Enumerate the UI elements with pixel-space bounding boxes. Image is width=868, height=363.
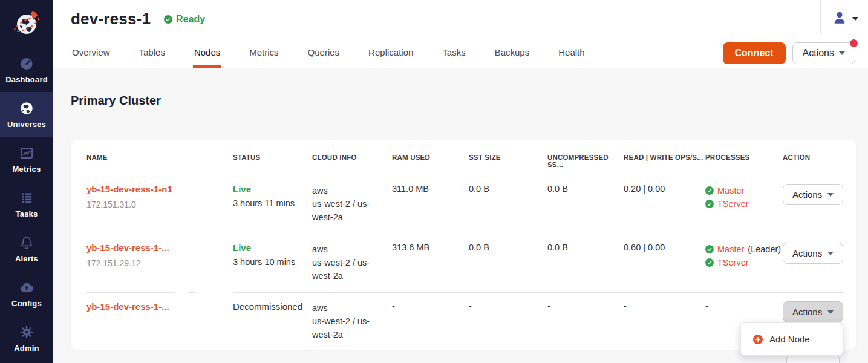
gear-icon: [19, 324, 34, 340]
sidebar-item-metrics[interactable]: Metrics: [0, 137, 53, 182]
universe-title: dev-ress-1: [71, 10, 151, 28]
col-uncompressed: UNCOMPRESSED SS...: [547, 154, 624, 168]
col-processes: PROCESSES: [705, 154, 783, 161]
check-circle-icon: [164, 15, 172, 24]
row-divider: [86, 234, 844, 234]
user-avatar-icon[interactable]: [832, 10, 847, 25]
node-uncompressed: 0.0 B: [547, 243, 624, 252]
sidebar-item-universes[interactable]: Universes: [0, 92, 53, 137]
sidebar-item-alerts[interactable]: Alerts: [0, 226, 53, 271]
check-circle-icon: [705, 245, 714, 253]
cloud-upload-icon: [19, 280, 34, 295]
tab-tables[interactable]: Tables: [138, 41, 166, 68]
status-badge: Ready: [164, 14, 205, 25]
node-uncompressed: -: [547, 301, 624, 311]
node-uptime: 3 hours 10 mins: [233, 257, 312, 267]
table-row: yb-15-dev-ress-1-n1 172.151.31.0 Live 3 …: [71, 175, 856, 234]
node-region: us-west-2 / us-west-2a: [312, 197, 380, 224]
node-actions-button[interactable]: Actions: [783, 243, 843, 264]
sidebar: Dashboard Universes Metrics Tasks: [0, 0, 53, 363]
chevron-down-icon: [827, 310, 834, 314]
table-row: yb-15-dev-ress-1-... Decommissioned aws …: [71, 293, 856, 351]
node-name-link[interactable]: yb-15-dev-ress-1-...: [86, 301, 233, 312]
yugabyte-logo[interactable]: [0, 0, 53, 47]
nodes-table-card: NAME STATUS CLOUD INFO RAM USED SST SIZE…: [71, 140, 856, 350]
user-menu-caret-icon[interactable]: [852, 17, 858, 21]
node-status: Live: [233, 243, 312, 253]
tab-queries[interactable]: Queries: [307, 41, 341, 68]
node-processes-empty: -: [705, 301, 783, 311]
yugabyte-logo-icon: [12, 9, 41, 38]
node-sst: -: [469, 301, 547, 311]
node-status: Decommissioned: [233, 301, 312, 312]
node-uncompressed: 0.0 B: [547, 184, 624, 194]
tab-health[interactable]: Health: [557, 41, 586, 68]
process-master: Master (Leader): [705, 243, 783, 256]
page-title: Primary Cluster: [71, 94, 868, 108]
node-actions-menu: Add Node: [740, 322, 843, 356]
tab-overview[interactable]: Overview: [71, 41, 111, 68]
sidebar-item-label: Alerts: [15, 254, 38, 263]
col-cloud-info: CLOUD INFO: [312, 154, 392, 161]
node-ip: 172.151.29.12: [86, 258, 233, 268]
check-circle-icon: [705, 186, 714, 195]
node-region: us-west-2 / us-west-2a: [312, 256, 380, 283]
node-ops: 0.60 | 0.00: [624, 243, 705, 252]
chart-icon: [19, 145, 34, 161]
col-action: ACTION: [783, 154, 844, 161]
node-region: us-west-2 / us-west-2a: [312, 315, 380, 341]
node-ram: 313.6 MB: [392, 243, 469, 252]
universe-tabs: Overview Tables Nodes Metrics Queries Re…: [53, 41, 586, 68]
col-name: NAME: [86, 154, 233, 161]
menu-item-label: Add Node: [769, 334, 810, 344]
process-tserver: TServer: [705, 256, 783, 269]
universe-actions-label: Actions: [803, 48, 834, 59]
col-status: STATUS: [233, 154, 312, 161]
notification-dot: [850, 39, 858, 47]
sidebar-item-label: Admin: [14, 344, 39, 353]
sidebar-item-admin[interactable]: Admin: [0, 316, 53, 361]
table-row: yb-15-dev-ress-1-... 172.151.29.12 Live …: [71, 234, 856, 292]
sidebar-item-dashboard[interactable]: Dashboard: [0, 47, 53, 92]
tab-metrics[interactable]: Metrics: [248, 41, 279, 68]
header-divider: [820, 0, 821, 34]
sidebar-item-label: Configs: [11, 299, 42, 308]
col-sst-size: SST SIZE: [469, 154, 547, 161]
nodes-content: Primary Cluster NAME STATUS CLOUD INFO R…: [53, 68, 868, 363]
node-actions-button[interactable]: Actions: [783, 184, 843, 205]
chevron-down-icon: [839, 51, 845, 55]
sidebar-item-label: Metrics: [13, 165, 41, 174]
node-name-link[interactable]: yb-15-dev-ress-1-...: [86, 243, 233, 253]
node-uptime: 3 hours 11 mins: [233, 198, 312, 208]
tab-tasks[interactable]: Tasks: [441, 41, 466, 68]
sidebar-item-configs[interactable]: Configs: [0, 271, 53, 316]
check-circle-icon: [705, 200, 714, 208]
tab-backups[interactable]: Backups: [494, 41, 531, 68]
tab-nodes[interactable]: Nodes: [193, 41, 221, 68]
sidebar-item-tasks[interactable]: Tasks: [0, 182, 53, 226]
connect-button[interactable]: Connect: [723, 42, 786, 64]
node-name-link[interactable]: yb-15-dev-ress-1-n1: [86, 184, 233, 194]
col-read-write-ops: READ | WRITE OPS/S...: [624, 154, 705, 161]
sidebar-item-label: Dashboard: [5, 75, 48, 84]
process-master: Master: [705, 184, 783, 197]
chevron-down-icon: [827, 252, 834, 255]
menu-item-add-node[interactable]: Add Node: [741, 332, 843, 347]
status-badge-label: Ready: [176, 14, 205, 25]
tab-replication[interactable]: Replication: [367, 41, 414, 68]
universe-actions-button[interactable]: Actions: [792, 42, 855, 64]
node-ram: -: [392, 301, 469, 311]
node-cloud: aws: [312, 243, 380, 256]
bell-icon: [19, 235, 34, 250]
node-actions-button-open[interactable]: Actions: [783, 301, 843, 322]
node-cloud: aws: [312, 301, 380, 315]
sidebar-item-label: Tasks: [16, 209, 38, 218]
universe-header: dev-ress-1 Ready Overview Tables Nodes M…: [53, 0, 868, 68]
main-column: dev-ress-1 Ready Overview Tables Nodes M…: [53, 0, 868, 363]
node-cloud: aws: [312, 184, 380, 197]
process-tserver: TServer: [705, 197, 783, 211]
chevron-down-icon: [827, 193, 834, 197]
node-ops: -: [624, 301, 705, 311]
user-area: [820, 0, 868, 34]
plus-circle-icon: [753, 335, 763, 344]
